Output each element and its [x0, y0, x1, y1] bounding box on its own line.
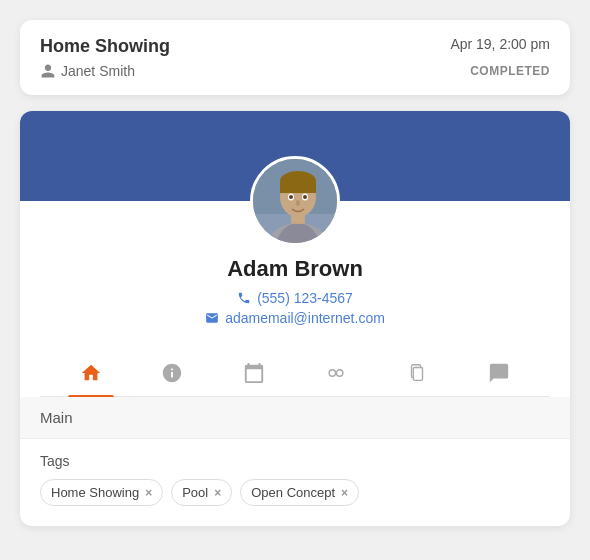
svg-point-12	[329, 370, 335, 376]
profile-email: adamemail@internet.com	[40, 310, 550, 326]
event-date: Apr 19, 2:00 pm	[450, 36, 550, 52]
tag-open-concept[interactable]: Open Concept ×	[240, 479, 359, 506]
profile-card: Adam Brown (555) 123-4567 adamemail@inte…	[20, 111, 570, 526]
email-icon	[205, 311, 219, 325]
tab-messages[interactable]	[476, 354, 522, 396]
profile-tabs	[40, 338, 550, 397]
event-title: Home Showing	[40, 36, 170, 57]
tag-home-showing[interactable]: Home Showing ×	[40, 479, 163, 506]
tab-connections[interactable]	[313, 354, 359, 396]
messages-icon	[488, 362, 510, 384]
profile-banner	[20, 111, 570, 201]
section-main-label: Main	[20, 397, 570, 439]
files-icon	[406, 362, 428, 384]
tags-section: Tags Home Showing × Pool × Open Concept …	[20, 439, 570, 526]
avatar-image	[253, 159, 340, 246]
tag-remove-open-concept[interactable]: ×	[341, 486, 348, 500]
phone-number[interactable]: (555) 123-4567	[257, 290, 353, 306]
svg-point-10	[303, 195, 307, 199]
profile-phone: (555) 123-4567	[40, 290, 550, 306]
tab-files[interactable]	[394, 354, 440, 396]
connections-icon	[325, 362, 347, 384]
svg-point-9	[289, 195, 293, 199]
svg-rect-15	[414, 368, 423, 381]
svg-rect-6	[280, 181, 316, 193]
avatar-wrapper	[250, 156, 340, 246]
email-address[interactable]: adamemail@internet.com	[225, 310, 385, 326]
tab-calendar[interactable]	[231, 354, 277, 396]
calendar-icon	[243, 362, 265, 384]
tag-name: Pool	[182, 485, 208, 500]
info-icon	[161, 362, 183, 384]
home-showing-card: Home Showing Apr 19, 2:00 pm Janet Smith…	[20, 20, 570, 95]
svg-point-13	[336, 370, 342, 376]
svg-point-11	[296, 200, 300, 206]
tags-list: Home Showing × Pool × Open Concept ×	[40, 479, 550, 506]
tag-remove-home-showing[interactable]: ×	[145, 486, 152, 500]
tags-label: Tags	[40, 453, 550, 469]
tab-info[interactable]	[149, 354, 195, 396]
status-badge: COMPLETED	[470, 64, 550, 78]
tag-name: Open Concept	[251, 485, 335, 500]
agent-info: Janet Smith	[40, 63, 135, 79]
tag-pool[interactable]: Pool ×	[171, 479, 232, 506]
profile-name: Adam Brown	[40, 256, 550, 282]
person-icon	[40, 63, 56, 79]
phone-icon	[237, 291, 251, 305]
avatar	[250, 156, 340, 246]
tag-remove-pool[interactable]: ×	[214, 486, 221, 500]
home-icon	[80, 362, 102, 384]
tag-name: Home Showing	[51, 485, 139, 500]
tab-home[interactable]	[68, 354, 114, 396]
agent-name: Janet Smith	[61, 63, 135, 79]
